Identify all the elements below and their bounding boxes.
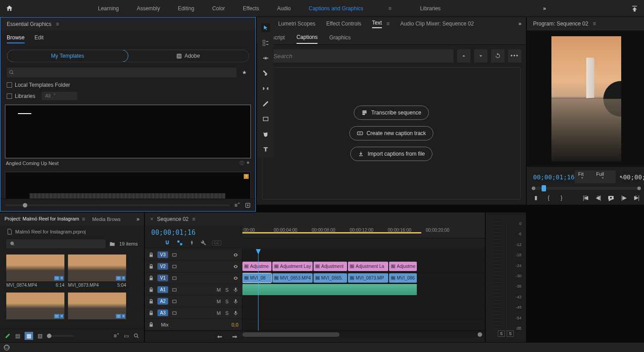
eye-icon[interactable]	[233, 276, 238, 281]
sync-lock-icon[interactable]	[172, 276, 177, 281]
meter-solo-right[interactable]: S	[507, 331, 514, 337]
adjustment-clip[interactable]: fxAdjustment Lay	[272, 262, 313, 271]
bin-clip-item[interactable]: ▯▯≡MVI_0873.MP45:04	[68, 254, 126, 289]
zoom-in-icon[interactable]	[232, 334, 238, 340]
marker-icon[interactable]	[189, 240, 195, 246]
audio-track-row[interactable]	[242, 284, 485, 296]
video-clip[interactable]: fxMVI_086	[389, 273, 417, 283]
track-target-button[interactable]: A1	[157, 286, 168, 293]
voiceover-icon[interactable]	[233, 310, 238, 316]
timeline-wrench-icon[interactable]	[200, 240, 207, 246]
mute-button[interactable]: M	[216, 287, 220, 293]
home-icon[interactable]	[5, 4, 13, 13]
write-mode-icon[interactable]	[4, 333, 11, 339]
lock-icon[interactable]	[148, 264, 154, 269]
lock-icon[interactable]	[148, 252, 154, 258]
workspace-tab-assembly[interactable]: Assembly	[137, 5, 160, 12]
tab-lumetri-scopes[interactable]: Lumetri Scopes	[278, 21, 315, 27]
program-playhead[interactable]	[542, 185, 546, 191]
sync-lock-icon[interactable]	[172, 299, 177, 304]
tab-text[interactable]: Text	[372, 20, 382, 28]
audio-clip[interactable]	[242, 284, 417, 295]
voiceover-icon[interactable]	[233, 299, 238, 304]
bin-clip-item[interactable]: ▯▯≡	[68, 293, 126, 322]
eg-new-icon[interactable]	[245, 202, 251, 208]
track-target-button[interactable]: A3	[157, 310, 168, 316]
thumb-size-slider[interactable]	[47, 335, 74, 337]
solo-button[interactable]: S	[225, 310, 229, 316]
track-target-button[interactable]: V3	[157, 251, 168, 258]
workspace-tab-editing[interactable]: Editing	[178, 5, 195, 12]
timeline-menu-icon[interactable]: ≡	[192, 216, 195, 222]
timeline-timecode[interactable]: 00;00;01;16	[151, 229, 236, 237]
subtab-captions[interactable]: Captions	[297, 34, 318, 44]
sync-lock-icon[interactable]	[172, 252, 177, 258]
snap-nearest-icon[interactable]	[151, 239, 158, 246]
workspace-tab-color[interactable]: Color	[212, 5, 225, 12]
add-button-icon[interactable]: +	[632, 194, 640, 201]
video-clip[interactable]: fxMVI_0853.MP4	[272, 273, 313, 283]
mix-value[interactable]: 0,0	[232, 322, 238, 327]
panel-overflow-icon[interactable]: »	[518, 21, 521, 27]
timeline-cc-icon[interactable]: CC	[212, 240, 221, 246]
timeline-h-scrollbar[interactable]	[242, 331, 485, 338]
info-icon[interactable]: ⓘ	[240, 160, 244, 166]
bin-clip-item[interactable]: ▯▯≡	[6, 293, 64, 322]
workspace-tab-captions-graphics[interactable]: Captions and Graphics	[309, 5, 363, 12]
bin-clip-item[interactable]: ▯▯≡MVI_0874.MP46:14	[6, 254, 64, 289]
extract-icon[interactable]: ⎗	[595, 194, 602, 201]
video-clip[interactable]: fxMVI_0865.	[314, 273, 347, 283]
scrollbar-thumb[interactable]	[242, 332, 339, 337]
project-tab-menu-icon[interactable]: ≡	[82, 216, 85, 222]
auto-sequence-icon[interactable]: ▭	[124, 333, 129, 339]
transcribe-sequence-button[interactable]: Transcribe sequence	[354, 106, 429, 120]
lock-icon[interactable]	[148, 322, 154, 327]
a2-track-row[interactable]	[242, 296, 485, 307]
eg-tab-edit[interactable]: Edit	[34, 34, 44, 43]
solo-button[interactable]: S	[225, 299, 229, 304]
eye-icon[interactable]	[233, 252, 238, 258]
razor-tool-icon[interactable]	[261, 69, 270, 78]
go-to-in-icon[interactable]: {	[546, 194, 552, 201]
sync-lock-icon[interactable]	[172, 310, 177, 316]
mark-in-icon[interactable]: ▮	[533, 194, 539, 201]
program-zoom-select[interactable]: Fit ˅	[575, 170, 593, 183]
tab-media-browser[interactable]: Media Brows	[92, 216, 121, 222]
captions-refresh-button[interactable]	[491, 49, 504, 63]
program-menu-icon[interactable]: ≡	[593, 21, 596, 27]
lock-icon[interactable]	[148, 276, 154, 281]
captions-next-button[interactable]	[474, 49, 487, 63]
list-view-icon[interactable]: ▤	[15, 333, 20, 339]
rectangle-tool-icon[interactable]	[261, 115, 270, 123]
tab-project[interactable]: Project: Malmö Reel for Instagram	[4, 216, 79, 223]
video-clip[interactable]: fxMVI_08	[242, 273, 271, 283]
workspace-menu-icon[interactable]: ≡	[388, 5, 391, 12]
lock-icon[interactable]	[148, 310, 154, 316]
find-icon[interactable]	[133, 333, 140, 339]
share-icon[interactable]	[631, 4, 639, 13]
eg-libraries-select[interactable]: All ˅	[42, 92, 77, 100]
workspace-tab-audio[interactable]: Audio	[277, 5, 291, 12]
v3-track-row[interactable]	[242, 249, 485, 261]
snap-icon[interactable]	[164, 239, 171, 246]
creative-cloud-icon[interactable]	[4, 344, 10, 351]
eg-libraries-checkbox[interactable]	[7, 93, 12, 99]
timeline-ruler[interactable]: ;00;00 00;00;04;00 00;00;08;00 00;00;12;…	[242, 226, 485, 238]
tab-effect-controls[interactable]: Effect Controls	[326, 21, 361, 27]
program-resolution-select[interactable]: Full ˅	[593, 170, 616, 183]
eg-toggle-my-templates[interactable]: My Templates	[7, 50, 128, 62]
mute-button[interactable]: M	[216, 299, 220, 304]
workspace-tab-effects[interactable]: Effects	[243, 5, 259, 12]
new-bin-icon[interactable]	[109, 241, 115, 247]
eg-menu-icon[interactable]: ≡	[56, 21, 59, 27]
project-search-input[interactable]	[6, 239, 106, 248]
eye-icon[interactable]	[233, 264, 238, 269]
captions-prev-button[interactable]	[457, 49, 470, 63]
a3-track-row[interactable]	[242, 307, 485, 319]
lock-icon[interactable]	[148, 287, 154, 293]
subtab-graphics[interactable]: Graphics	[329, 34, 351, 41]
video-clip[interactable]: fxMVI_0873.MP	[348, 273, 388, 283]
template-item[interactable]: Angled Coming Up Next ⓘ★	[5, 105, 251, 168]
zoom-out-icon[interactable]	[216, 334, 223, 340]
ripple-edit-tool-icon[interactable]	[261, 54, 270, 63]
